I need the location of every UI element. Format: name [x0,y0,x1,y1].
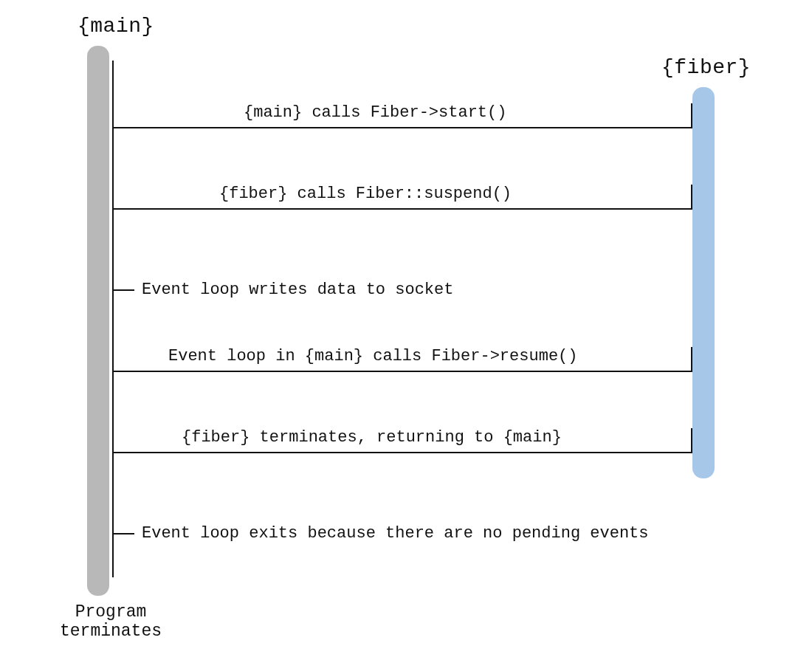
msg3-label: Event loop writes data to socket [142,281,453,299]
main-timeline [112,61,114,577]
msg4-label: Event loop in {main} calls Fiber->resume… [168,347,578,365]
msg6-label: Event loop exits because there are no pe… [142,524,649,543]
msg2-hline [112,208,692,210]
msg2-label: {fiber} calls Fiber::suspend() [219,185,512,203]
msg1-label: {main} calls Fiber->start() [244,103,506,122]
main-title: {main} [78,15,154,38]
msg2-vfrom-fiber [691,185,692,210]
fiber-title: {fiber} [661,56,751,79]
msg5-hline [112,452,692,453]
sequence-diagram: {main} {fiber} {main} calls Fiber->start… [0,0,812,660]
msg1-hline [112,127,692,128]
msg1-vdrop [691,103,692,128]
program-terminates-label: Program terminates [52,602,170,641]
msg4-vto-fiber [691,347,692,372]
msg4-hline [112,371,692,372]
msg3-tick [112,289,134,291]
msg5-label: {fiber} terminates, returning to {main} [182,428,562,447]
main-lifeline-bar [87,46,109,596]
msg6-tick [112,533,134,534]
msg5-vfrom-fiber [691,428,692,453]
fiber-lifeline-bar [692,87,715,478]
